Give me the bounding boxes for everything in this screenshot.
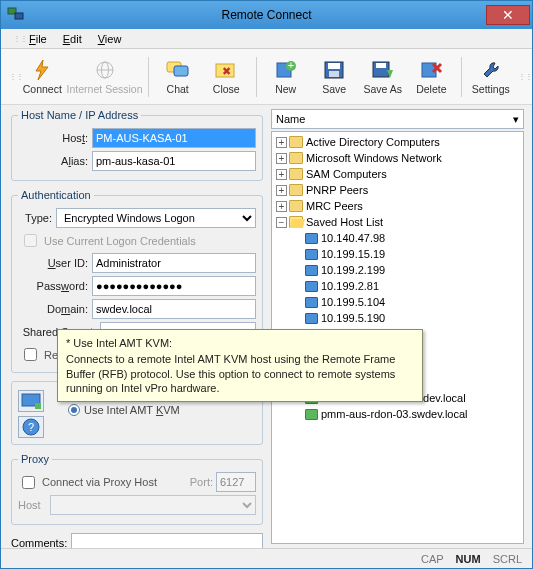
chevron-down-icon: ▾ [513,113,519,126]
alias-input[interactable] [92,151,256,171]
tree-node[interactable]: +Active Directory Computers [272,134,523,150]
folder-icon [289,136,303,148]
tree-label: Microsoft Windows Network [306,152,442,164]
port-label: Port: [190,476,213,488]
folder-open-icon [289,216,303,228]
tree-node[interactable]: 10.199.5.190 [272,310,523,326]
tree-node[interactable]: 10.140.47.98 [272,230,523,246]
tree-node[interactable]: 10.199.2.199 [272,262,523,278]
domain-input[interactable] [92,299,256,319]
folder-icon [289,184,303,196]
password-input[interactable] [92,276,256,296]
tree-label: 10.140.47.98 [321,232,385,244]
chat-button[interactable]: Chat [156,52,199,102]
expand-icon[interactable]: + [276,185,287,196]
tree-label: 10.199.2.81 [321,280,379,292]
close-button[interactable]: ✖ Close [205,52,248,102]
tree-label: Saved Host List [306,216,383,228]
toolbar-sep [461,57,462,97]
host-label: Host: [18,132,88,144]
menu-edit[interactable]: Edit [57,31,88,47]
svg-text:+: + [287,60,293,71]
proxy-legend: Proxy [18,453,52,465]
toolbar-grip: ⋮⋮ [9,74,15,79]
monitor-icon [305,265,318,276]
folder-close-icon: ✖ [212,58,240,82]
tree-node[interactable]: 10.199.5.104 [272,294,523,310]
folder-icon [289,152,303,164]
svg-rect-14 [328,63,340,69]
host-group-legend: Host Name / IP Address [18,109,141,121]
monitor-icon [305,297,318,308]
statusbar: CAP NUM SCRL [1,548,532,568]
userid-input[interactable] [92,253,256,273]
tree-header[interactable]: Name ▾ [271,109,524,129]
tree-label: 10.199.2.199 [321,264,385,276]
delete-icon [417,58,445,82]
toolbar-sep [148,57,149,97]
svg-rect-15 [329,71,339,77]
tree-node[interactable]: +MRC Peers [272,198,523,214]
toolbar: ⋮⋮ Connect Internet Session Chat ✖ Close… [1,49,532,105]
wrench-icon [477,58,505,82]
intel-amt-radio[interactable]: Use Intel AMT KVM [68,404,256,416]
expand-icon[interactable]: + [276,169,287,180]
menu-grip: ⋮⋮ [7,34,19,43]
left-column: Host Name / IP Address Host: Alias: Auth… [1,105,269,548]
tree-node[interactable]: +PNRP Peers [272,182,523,198]
svg-marker-2 [36,60,48,80]
globe-icon [91,58,119,82]
expand-icon[interactable]: − [276,217,287,228]
saveas-button[interactable]: Save As [362,52,405,102]
svg-text:?: ? [28,421,34,433]
auth-type-select[interactable]: Encrypted Windows Logon [56,208,256,228]
tooltip-body: Connects to a remote Intel AMT KVM host … [66,352,414,395]
help-icon[interactable]: ? [18,416,44,438]
proxy-host-label: Host [18,499,46,511]
host-group: Host Name / IP Address Host: Alias: [11,109,263,181]
tree-label: 10.199.5.104 [321,296,385,308]
status-num: NUM [456,553,481,565]
tree-label: 10.199.15.19 [321,248,385,260]
toolbar-sep [256,57,257,97]
toolbar-grip-end: ⋮⋮ [518,74,524,79]
tree-node[interactable]: −Saved Host List [272,214,523,230]
monitor-icon [305,281,318,292]
menu-file[interactable]: File [23,31,53,47]
lightning-icon [28,58,56,82]
chat-icon [164,58,192,82]
type-label: Type: [18,212,52,224]
right-column: Name ▾ +Active Directory Computers+Micro… [269,105,532,548]
proxy-port-input [216,472,256,492]
svg-rect-23 [35,403,41,409]
remote-connect-window: Remote Connect ✕ ⋮⋮ File Edit View ⋮⋮ Co… [0,0,533,569]
userid-label: User ID: [18,257,88,269]
monitor-icon [305,409,318,420]
tooltip-title: * Use Intel AMT KVM: [66,336,414,350]
proxy-group: Proxy Connect via Proxy Host Port: Host [11,453,263,525]
tree-node[interactable]: +Microsoft Windows Network [272,150,523,166]
settings-button[interactable]: Settings [470,52,513,102]
tooltip: * Use Intel AMT KVM: Connects to a remot… [57,329,423,402]
svg-rect-17 [376,63,386,68]
tree-label: Active Directory Computers [306,136,440,148]
menu-view[interactable]: View [92,31,128,47]
connect-button[interactable]: Connect [21,52,64,102]
tree-node[interactable]: 10.199.15.19 [272,246,523,262]
host-input[interactable] [92,128,256,148]
tree-node[interactable]: 10.199.2.81 [272,278,523,294]
tree-label: PNRP Peers [306,184,368,196]
expand-icon[interactable]: + [276,153,287,164]
monitor-icon [305,249,318,260]
use-current-creds-checkbox: Use Current Logon Credentials [20,231,256,250]
delete-button[interactable]: Delete [410,52,453,102]
password-label: Password: [18,280,88,292]
expand-icon[interactable]: + [276,137,287,148]
tree-node[interactable]: pmm-aus-rdon-03.swdev.local [272,406,523,422]
expand-icon[interactable]: + [276,201,287,212]
proxy-connect-checkbox[interactable]: Connect via Proxy Host [18,473,157,492]
new-button[interactable]: + New [264,52,307,102]
tree-node[interactable]: +SAM Computers [272,166,523,182]
monitor-icon [18,390,44,412]
save-button[interactable]: Save [313,52,356,102]
